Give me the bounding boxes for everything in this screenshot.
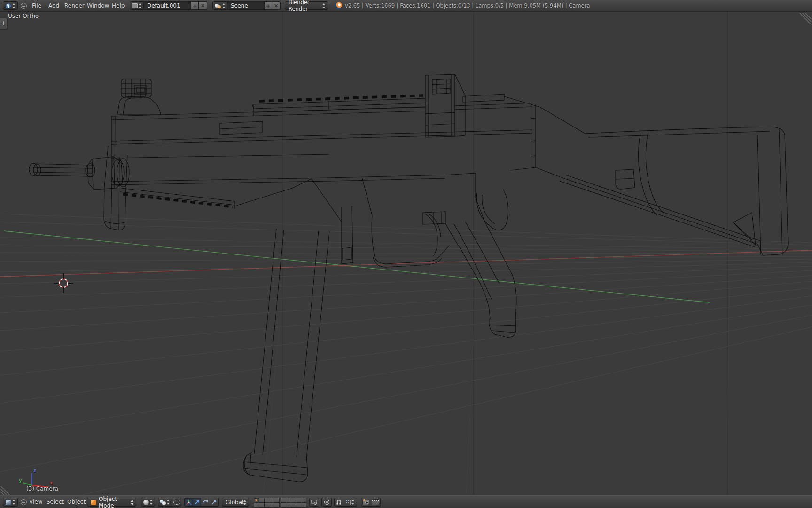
x-axis-line (0, 250, 812, 277)
manipulator-axes-icon (186, 499, 192, 506)
transform-orientation-selector[interactable]: Global (222, 498, 249, 507)
scene-browse[interactable] (212, 1, 227, 10)
gun-top-rail (252, 95, 426, 116)
menu-window[interactable]: Window (84, 0, 112, 11)
gun-trigger-group (312, 177, 449, 267)
axis-z-label: z (33, 468, 36, 473)
chevron-up-down-icon (150, 500, 153, 505)
lock-to-scene-toggle[interactable] (309, 498, 319, 507)
mode-label: Object Mode (99, 496, 127, 508)
chevron-up-down-icon (167, 500, 170, 505)
menu-select[interactable]: Select (44, 496, 67, 508)
proportional-edit-icon (324, 500, 329, 505)
chevron-up-down-icon (131, 500, 134, 505)
corner-grip-top-right[interactable] (800, 13, 811, 24)
screen-layout-name-field[interactable]: Default.001 (143, 1, 191, 10)
menu-render[interactable]: Render (62, 0, 87, 11)
manipulator-rotate-button[interactable] (201, 498, 210, 507)
scene-lock-icon (311, 500, 317, 505)
pivot-point-icon (160, 500, 166, 505)
scene-name-field[interactable]: Scene (227, 1, 265, 10)
view-mode-label: User Ortho (8, 13, 39, 19)
menu-object[interactable]: Object (64, 496, 88, 508)
3d-cursor[interactable] (54, 273, 73, 293)
center-points-icon (173, 500, 180, 505)
delete-layout-button[interactable]: ✕ (198, 1, 207, 10)
manipulator-scale-button[interactable] (210, 498, 219, 507)
gun-wireframe[interactable] (29, 74, 788, 482)
snap-element-selector[interactable] (343, 498, 357, 507)
layers-group-1[interactable] (254, 498, 280, 508)
layers-group-2[interactable] (281, 498, 306, 508)
scale-icon (211, 499, 217, 506)
gun-receiver (111, 103, 536, 185)
y-axis-line (4, 231, 710, 302)
axis-y-label: y (19, 478, 22, 483)
chevron-up-down-icon (12, 3, 16, 8)
chevron-up-down-icon (222, 3, 226, 8)
menu-help[interactable]: Help (109, 0, 127, 11)
blender-window: User Ortho (3) Camera x y z + File Add R… (0, 0, 812, 508)
grid-steep-lines (263, 263, 730, 496)
screen-layout-browse[interactable] (130, 1, 144, 10)
manipulate-center-points-toggle[interactable] (172, 498, 181, 507)
proportional-edit-selector[interactable] (321, 498, 332, 507)
snap-increment-icon (345, 500, 351, 505)
editor-type-selector[interactable] (3, 1, 18, 10)
chevron-up-down-icon (243, 500, 247, 505)
layer-1-active[interactable] (254, 498, 259, 502)
render-anim-icon (372, 499, 379, 505)
chevron-up-down-icon (322, 3, 326, 8)
mini-axis-gizmo (23, 473, 48, 487)
add-scene-button[interactable]: + (264, 1, 272, 10)
viewport-header: View Select Object Object Mode (0, 495, 812, 508)
menu-file[interactable]: File (29, 0, 44, 11)
mode-selector[interactable]: Object Mode (87, 498, 136, 507)
translate-icon (194, 499, 200, 506)
active-camera-label: (3) Camera (26, 485, 58, 492)
collapse-menus-button[interactable] (21, 3, 27, 9)
manipulator-toggle[interactable] (184, 498, 193, 507)
viewport-shading-selector[interactable] (141, 498, 155, 507)
chevron-up-down-icon (351, 500, 355, 505)
viewport-canvas[interactable] (0, 0, 812, 508)
add-layout-button[interactable]: + (191, 1, 199, 10)
scene-statistics: v2.65 | Verts:1669 | Faces:1601 | Object… (345, 0, 590, 11)
gun-grip (445, 173, 516, 337)
render-animation-button[interactable] (370, 498, 381, 507)
snap-toggle[interactable] (334, 498, 344, 507)
tool-shelf-toggle[interactable]: + (0, 18, 8, 30)
grid-floor-lines (0, 214, 812, 508)
viewport-shading-icon (143, 500, 149, 505)
delete-scene-button[interactable]: ✕ (272, 1, 281, 10)
screen-layout-icon (132, 3, 138, 8)
render-engine-selector[interactable]: Blender Render (285, 1, 328, 10)
3d-viewport[interactable]: User Ortho (3) Camera x y z + (0, 0, 812, 508)
blender-logo-icon (335, 2, 342, 9)
3d-view-icon (5, 500, 11, 505)
menu-add[interactable]: Add (46, 0, 62, 11)
editor-type-selector-3dview[interactable] (3, 498, 18, 507)
object-mode-cube-icon (91, 500, 96, 505)
orientation-label: Global (226, 499, 243, 506)
render-still-icon (362, 500, 369, 505)
snap-magnet-icon (336, 500, 342, 505)
gun-rear-tower (425, 74, 585, 167)
axis-x-label: x (50, 480, 53, 485)
scene-icon (215, 3, 221, 8)
chevron-up-down-icon (139, 3, 142, 8)
manipulator-translate-button[interactable] (193, 498, 202, 507)
corner-grip-bottom-left[interactable] (1, 486, 9, 495)
menu-view[interactable]: View (26, 496, 45, 508)
rotate-icon (202, 499, 209, 506)
pivot-point-selector[interactable] (158, 498, 172, 507)
gun-front-sight (117, 79, 161, 114)
render-still-button[interactable] (361, 498, 371, 507)
render-engine-label: Blender Render (289, 0, 319, 12)
info-icon (5, 3, 11, 9)
chevron-up-down-icon (12, 500, 16, 505)
info-header: File Add Render Window Help Default.001 … (0, 0, 812, 12)
